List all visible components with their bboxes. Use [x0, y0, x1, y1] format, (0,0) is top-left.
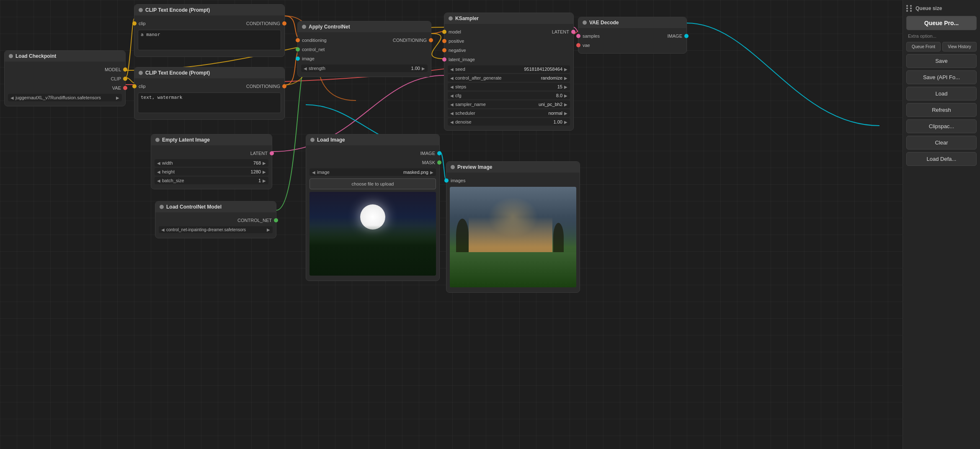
control-after-slider[interactable]: ◀ control_after_generate randomize ▶: [448, 74, 570, 82]
height-right-arrow[interactable]: ▶: [263, 170, 266, 174]
denoise-right-arrow[interactable]: ▶: [564, 120, 567, 124]
denoise-value: 1.00: [554, 119, 562, 124]
node-load-image-title: Load Image: [317, 137, 345, 143]
node-empty-latent: Empty Latent Image LATENT ◀ width 768 ▶ …: [151, 134, 272, 189]
batch-right-arrow[interactable]: ▶: [263, 178, 266, 183]
manor-scene: [450, 187, 576, 287]
scheduler-slider[interactable]: ◀ scheduler normal ▶: [448, 109, 570, 117]
cfg-right-arrow[interactable]: ▶: [564, 93, 567, 98]
clipspace-button[interactable]: Clipspac...: [906, 119, 977, 133]
port-clip-in[interactable]: [132, 21, 137, 26]
port-conditioning-out-acn[interactable]: [429, 38, 433, 42]
node-clip-text-2-header: CLIP Text Encode (Prompt): [134, 67, 284, 78]
image-right-arrow[interactable]: ▶: [430, 170, 433, 175]
save-button[interactable]: Save: [906, 54, 977, 68]
height-slider[interactable]: ◀ height 1280 ▶: [155, 168, 268, 175]
steps-label: steps: [455, 84, 556, 89]
slider-right-arrow[interactable]: ▶: [116, 95, 119, 100]
node-status-dot: [451, 165, 455, 169]
port-control-net-in[interactable]: [296, 47, 300, 52]
height-left-arrow[interactable]: ◀: [157, 170, 160, 174]
seed-slider[interactable]: ◀ seed 951818412058464 ▶: [448, 65, 570, 73]
port-vae-out[interactable]: [123, 86, 127, 90]
checkpoint-file-row[interactable]: ◀ juggernautXL_v7Rundiffusion.safetensor…: [8, 94, 122, 101]
node-load-controlnet-header: Load ControlNet Model: [155, 201, 276, 212]
scheduler-right-arrow[interactable]: ▶: [564, 111, 567, 116]
port-image-in[interactable]: [296, 57, 300, 61]
strength-right-arrow[interactable]: ▶: [422, 66, 425, 71]
port-samples-in[interactable]: [576, 34, 580, 38]
sampler-right-arrow[interactable]: ▶: [564, 102, 567, 107]
port-conditioning2-out[interactable]: [282, 84, 286, 88]
slider-left-arrow[interactable]: ◀: [10, 95, 14, 100]
row-latent-out: LATENT: [151, 149, 272, 158]
control-left-arrow[interactable]: ◀: [450, 76, 454, 80]
node-row-model: MODEL: [5, 65, 125, 74]
port-conditioning-out-label: CONDITIONING: [246, 21, 280, 26]
steps-right-arrow[interactable]: ▶: [564, 85, 567, 89]
image-left-arrow[interactable]: ◀: [312, 170, 315, 175]
cn-filename: control_net-inpainting-dreamer.safetenso…: [166, 227, 265, 232]
save-api-button[interactable]: Save (API Fo...: [906, 70, 977, 84]
cn-right-arrow[interactable]: ▶: [267, 227, 270, 232]
cn-left-arrow[interactable]: ◀: [161, 227, 165, 232]
port-clip2-in[interactable]: [132, 84, 137, 88]
port-image-li-out[interactable]: [437, 151, 441, 155]
seed-left-arrow[interactable]: ◀: [450, 67, 454, 72]
batch-slider[interactable]: ◀ batch_size 1 ▶: [155, 177, 268, 184]
port-mask-out[interactable]: [437, 160, 441, 165]
cfg-left-arrow[interactable]: ◀: [450, 93, 454, 98]
port-ks-model-in[interactable]: [442, 30, 446, 34]
port-latent-out[interactable]: [270, 151, 274, 155]
controlnet-file-slider[interactable]: ◀ control_net-inpainting-dreamer.safeten…: [159, 226, 273, 233]
batch-left-arrow[interactable]: ◀: [157, 178, 160, 183]
image-file-slider[interactable]: ◀ image masked.png ▶: [309, 168, 436, 176]
port-vae-label: VAE: [112, 85, 121, 90]
node-load-checkpoint-body: MODEL CLIP VAE ◀ juggernautXL_v7Rundiffu…: [5, 62, 125, 106]
control-right-arrow[interactable]: ▶: [564, 76, 567, 80]
port-ks-negative-in[interactable]: [442, 48, 446, 52]
sampler-slider[interactable]: ◀ sampler_name uni_pc_bh2 ▶: [448, 101, 570, 108]
width-slider[interactable]: ◀ width 768 ▶: [155, 159, 268, 167]
port-ks-latent-out[interactable]: [571, 30, 575, 34]
view-history-button[interactable]: View History: [942, 42, 977, 52]
port-clip-out[interactable]: [123, 77, 127, 81]
port-ks-latent-in[interactable]: [442, 57, 446, 62]
clear-button[interactable]: Clear: [906, 136, 977, 150]
steps-left-arrow[interactable]: ◀: [450, 85, 454, 89]
clip-text-1-textarea[interactable]: a manor: [138, 30, 281, 50]
refresh-button[interactable]: Refresh: [906, 103, 977, 117]
port-model-out[interactable]: [123, 67, 127, 72]
denoise-slider[interactable]: ◀ denoise 1.00 ▶: [448, 118, 570, 126]
scheduler-left-arrow[interactable]: ◀: [450, 111, 454, 116]
strength-left-arrow[interactable]: ◀: [304, 66, 307, 71]
queue-front-button[interactable]: Queue Front: [906, 42, 941, 52]
seed-right-arrow[interactable]: ▶: [564, 67, 567, 72]
row-vae-vae: vae: [578, 41, 686, 50]
port-images-in[interactable]: [444, 178, 449, 183]
upload-button[interactable]: choose file to upload: [309, 178, 436, 189]
canvas[interactable]: Load Checkpoint MODEL CLIP VAE ◀ juggern…: [0, 0, 905, 449]
load-button[interactable]: Load: [906, 87, 977, 101]
control-label: control_after_generate: [455, 75, 539, 80]
width-right-arrow[interactable]: ▶: [263, 161, 266, 165]
node-load-image-header: Load Image: [306, 134, 439, 145]
cfg-slider[interactable]: ◀ cfg 8.0 ▶: [448, 92, 570, 99]
port-controlnet-out[interactable]: [274, 218, 278, 222]
sampler-left-arrow[interactable]: ◀: [450, 102, 454, 107]
steps-slider[interactable]: ◀ steps 15 ▶: [448, 83, 570, 90]
clip-text-2-textarea[interactable]: text, watermark: [138, 93, 281, 113]
denoise-left-arrow[interactable]: ◀: [450, 120, 454, 124]
queue-prompt-button[interactable]: Queue Pro...: [906, 16, 977, 30]
port-ks-positive-in[interactable]: [442, 39, 446, 43]
node-clip-text-2-title: CLIP Text Encode (Prompt): [145, 70, 210, 76]
port-vae-in[interactable]: [576, 43, 580, 47]
port-conditioning-out[interactable]: [282, 21, 286, 26]
load-default-button[interactable]: Load Defa...: [906, 152, 977, 166]
strength-slider[interactable]: ◀ strength 1.00 ▶: [301, 65, 428, 72]
trees-silhouette: [309, 225, 436, 276]
node-apply-controlnet-body: conditioning CONDITIONING control_net im…: [298, 32, 431, 77]
width-left-arrow[interactable]: ◀: [157, 161, 160, 165]
port-image-out[interactable]: [684, 34, 689, 38]
port-conditioning-in[interactable]: [296, 38, 300, 42]
